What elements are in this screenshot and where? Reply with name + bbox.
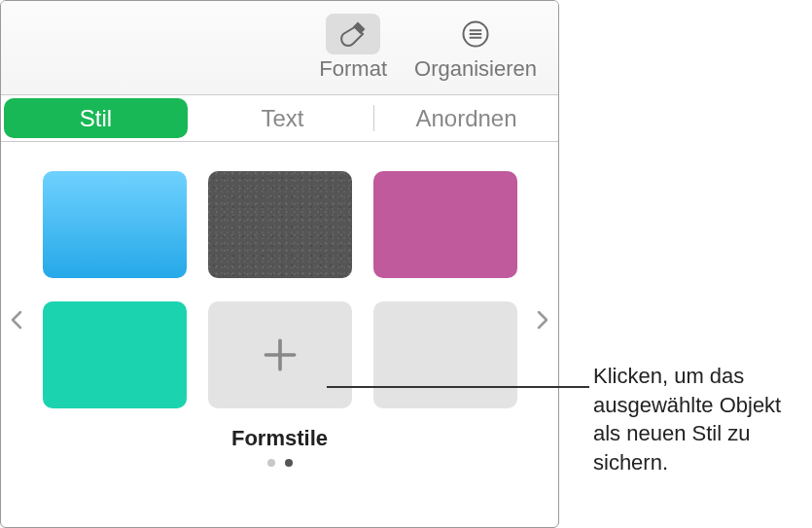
callout-text: Klicken, um das ausgewählte Objekt als n… bbox=[593, 362, 802, 477]
style-swatch-empty[interactable] bbox=[373, 301, 517, 408]
page-dot-2[interactable] bbox=[285, 459, 293, 467]
style-swatch-gray-texture[interactable] bbox=[208, 171, 352, 278]
tab-arrange-label: Anordnen bbox=[415, 105, 516, 132]
page-dot-1[interactable] bbox=[267, 459, 275, 467]
paintbrush-icon bbox=[338, 19, 368, 49]
list-icon-wrap bbox=[448, 14, 503, 54]
style-swatch-blue[interactable] bbox=[43, 171, 187, 278]
tab-text[interactable]: Text bbox=[191, 95, 374, 141]
tab-arrange[interactable]: Anordnen bbox=[374, 95, 558, 141]
list-circle-icon bbox=[461, 19, 490, 49]
paintbrush-icon-wrap bbox=[326, 14, 380, 54]
format-toolbar-button[interactable]: Format bbox=[309, 10, 397, 86]
plus-icon bbox=[259, 334, 301, 376]
style-swatch-teal[interactable] bbox=[43, 301, 187, 408]
tab-style[interactable]: Stil bbox=[4, 98, 188, 138]
add-style-button[interactable] bbox=[208, 301, 352, 408]
style-swatch-magenta[interactable] bbox=[373, 171, 517, 278]
chevron-left-icon bbox=[9, 308, 24, 332]
toolbar: Format Organisieren bbox=[1, 1, 558, 94]
organize-toolbar-button[interactable]: Organisieren bbox=[405, 10, 547, 86]
format-tabs: Stil Text Anordnen bbox=[1, 95, 558, 142]
format-toolbar-label: Format bbox=[319, 56, 387, 82]
style-page-indicator bbox=[30, 459, 529, 467]
styles-next-arrow[interactable] bbox=[535, 307, 550, 338]
shape-styles-label: Formstile bbox=[30, 426, 529, 451]
styles-prev-arrow[interactable] bbox=[9, 307, 24, 338]
chevron-right-icon bbox=[535, 308, 550, 332]
format-sidebar-panel: Format Organisieren Stil Text Anordnen bbox=[0, 0, 559, 528]
shape-style-grid bbox=[30, 171, 529, 408]
tab-style-label: Stil bbox=[80, 105, 112, 132]
organize-toolbar-label: Organisieren bbox=[414, 56, 537, 82]
callout-leader-line bbox=[327, 386, 589, 388]
shape-styles-area: Formstile bbox=[1, 142, 558, 476]
tab-text-label: Text bbox=[261, 105, 303, 132]
